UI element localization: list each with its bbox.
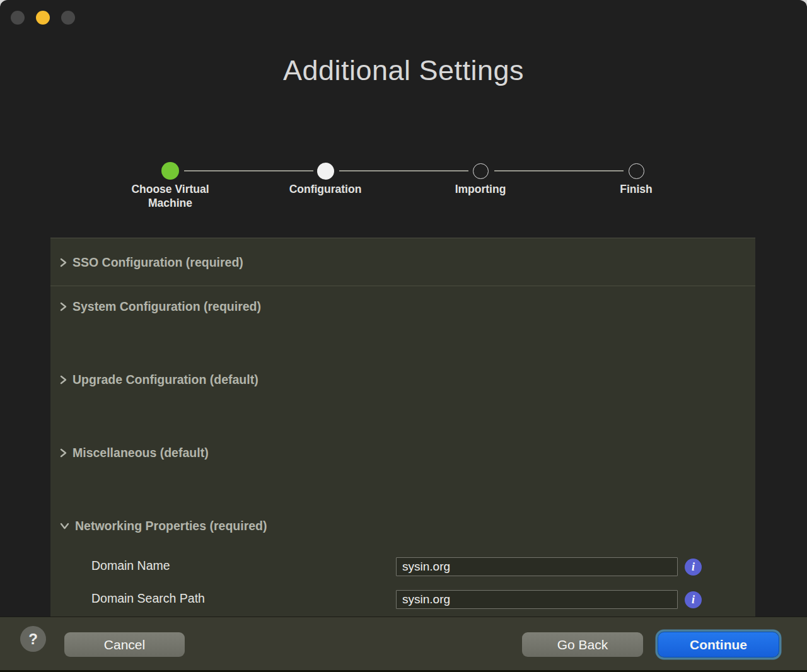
continue-button[interactable]: Continue (658, 632, 779, 657)
section-miscellaneous[interactable]: Miscellaneous (default) (59, 446, 209, 460)
section-system-configuration[interactable]: System Configuration (required) (59, 299, 261, 314)
chevron-right-icon (59, 301, 67, 312)
footer-bar: ? Cancel Go Back Continue (0, 617, 807, 672)
additional-settings-window: Additional Settings Choose Virtual Machi… (0, 0, 807, 672)
step-connector (339, 170, 468, 171)
step-label-choose-virtual-machine: Choose Virtual Machine (117, 182, 224, 210)
chevron-right-icon (59, 257, 67, 268)
step-connector (184, 170, 313, 171)
help-button[interactable]: ? (20, 626, 46, 652)
info-icon[interactable]: i (685, 591, 702, 608)
window-controls (11, 11, 75, 25)
section-label: SSO Configuration (required) (73, 255, 243, 270)
go-back-button[interactable]: Go Back (522, 632, 643, 657)
domain-name-input[interactable] (396, 557, 678, 576)
chevron-right-icon (59, 374, 67, 385)
step-label-importing: Importing (427, 182, 534, 196)
step-connector (494, 170, 624, 171)
step-label-finish: Finish (583, 182, 690, 196)
section-label: Miscellaneous (default) (73, 446, 209, 460)
info-icon[interactable]: i (685, 559, 702, 576)
domain-search-path-label: Domain Search Path (91, 591, 205, 606)
step-dot-upcoming-icon (473, 163, 489, 179)
section-label: Networking Properties (required) (75, 519, 267, 533)
step-label-configuration: Configuration (272, 182, 379, 196)
minimize-window-button[interactable] (36, 11, 50, 25)
section-divider (50, 286, 755, 286)
page-title: Additional Settings (0, 54, 807, 87)
section-upgrade-configuration[interactable]: Upgrade Configuration (default) (59, 373, 258, 387)
step-dot-upcoming-icon (629, 163, 644, 179)
settings-panel: SSO Configuration (required) System Conf… (50, 238, 755, 617)
domain-name-label: Domain Name (91, 559, 170, 573)
step-dot-done-icon (161, 162, 179, 180)
cancel-button[interactable]: Cancel (64, 632, 185, 657)
section-label: Upgrade Configuration (default) (73, 373, 258, 387)
zoom-window-button[interactable] (61, 11, 75, 25)
chevron-down-icon (59, 522, 70, 530)
section-label: System Configuration (required) (73, 299, 261, 314)
section-networking-properties[interactable]: Networking Properties (required) (59, 519, 267, 533)
close-window-button[interactable] (11, 11, 25, 25)
step-dot-current-icon (317, 163, 334, 180)
domain-search-path-input[interactable] (396, 590, 678, 609)
section-sso-configuration[interactable]: SSO Configuration (required) (59, 255, 243, 270)
chevron-right-icon (59, 448, 67, 458)
